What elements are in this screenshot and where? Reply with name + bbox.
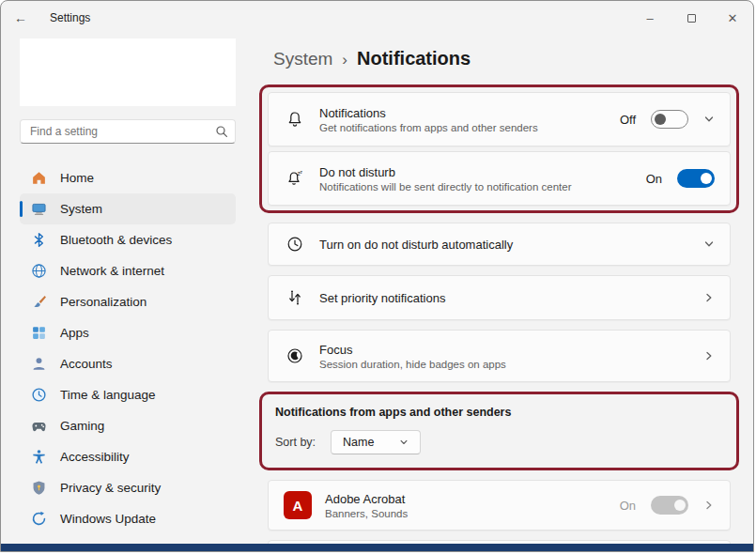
toggle-state-label: On — [646, 172, 662, 186]
sidebar-item-label: Privacy & security — [60, 481, 161, 495]
card-title: Set priority notifications — [319, 291, 690, 305]
card-title: Do not disturb — [319, 165, 633, 179]
sidebar-item-bluetooth-devices[interactable]: Bluetooth & devices — [20, 224, 236, 255]
card-subtitle: Notifications will be sent directly to n… — [319, 181, 633, 192]
clock-auto-icon — [284, 235, 306, 254]
sidebar-item-label: Network & internet — [60, 264, 164, 278]
sidebar-item-network-internet[interactable]: Network & internet — [20, 255, 236, 286]
card-title: Notifications — [319, 106, 607, 120]
dnd-automatic-card[interactable]: Turn on do not disturb automatically — [268, 223, 731, 266]
app-subtitle: Banners, Sounds — [325, 508, 607, 519]
update-arrows-icon — [31, 511, 47, 527]
sidebar-item-label: Bluetooth & devices — [60, 233, 172, 247]
sidebar-item-label: Accounts — [60, 357, 113, 371]
search-box — [20, 119, 236, 144]
maximize-button[interactable] — [671, 1, 712, 35]
chevron-right-icon[interactable] — [703, 500, 715, 511]
priority-notifications-card[interactable]: Set priority notifications — [268, 275, 731, 320]
app-notification-row[interactable]: A Adobe Acrobat Banners, Sounds On — [268, 480, 731, 531]
notifications-toggle[interactable] — [651, 110, 688, 129]
toggle-state-label: Off — [620, 113, 636, 127]
game-controller-icon — [31, 418, 47, 434]
card-subtitle: Get notifications from apps and other se… — [319, 122, 607, 133]
accessibility-icon — [31, 449, 47, 465]
do-not-disturb-toggle[interactable] — [677, 169, 715, 188]
home-icon — [31, 170, 47, 186]
sort-dropdown[interactable]: Name — [331, 430, 421, 454]
sidebar-item-label: Apps — [60, 326, 89, 340]
minimize-button[interactable]: – — [629, 1, 671, 35]
sidebar-item-privacy-security[interactable]: Privacy & security — [20, 472, 236, 503]
breadcrumb-root[interactable]: System — [273, 49, 332, 69]
card-subtitle: Session duration, hide badges on apps — [319, 359, 690, 370]
search-icon — [215, 125, 228, 138]
annotation-box-notifications: Notifications Get notifications from app… — [259, 85, 739, 213]
clock-icon — [31, 387, 47, 403]
toggle-knob — [674, 500, 686, 511]
bell-icon — [284, 110, 306, 129]
taskbar-strip — [1, 544, 753, 551]
search-input[interactable] — [20, 119, 236, 144]
sidebar-item-system[interactable]: System — [20, 193, 236, 224]
titlebar: ← Settings – ✕ — [1, 1, 753, 35]
sidebar-item-label: Personalization — [60, 295, 147, 309]
app-notifications-toggle[interactable] — [651, 496, 688, 515]
apps-grid-icon — [31, 325, 47, 341]
sort-by-label: Sort by: — [275, 436, 316, 449]
chevron-right-icon[interactable] — [703, 292, 715, 303]
card-title: Turn on do not disturb automatically — [319, 238, 690, 252]
page-title: Notifications — [357, 48, 471, 69]
sidebar: Home System Bluetooth & devices — [1, 35, 255, 552]
bluetooth-icon — [31, 232, 47, 248]
back-button[interactable]: ← — [14, 10, 39, 25]
svg-text:z: z — [301, 170, 303, 175]
chevron-right-icon[interactable] — [703, 350, 715, 362]
focus-card[interactable]: Focus Session duration, hide badges on a… — [268, 330, 731, 382]
chevron-down-icon[interactable] — [703, 239, 715, 250]
do-not-disturb-card[interactable]: zz Do not disturb Notifications will be … — [268, 151, 731, 206]
chevron-down-icon — [399, 438, 409, 447]
apps-section-header: Notifications from apps and other sender… — [275, 406, 731, 419]
chevron-down-icon[interactable] — [703, 114, 715, 125]
globe-icon — [31, 263, 47, 279]
sidebar-item-apps[interactable]: Apps — [20, 317, 236, 348]
priority-arrows-icon — [284, 288, 306, 307]
toggle-state-label: On — [620, 499, 636, 513]
sidebar-item-gaming[interactable]: Gaming — [20, 410, 236, 441]
maximize-icon — [687, 14, 696, 23]
shield-icon — [31, 480, 47, 496]
sidebar-item-label: Windows Update — [60, 512, 156, 526]
sidebar-item-label: Gaming — [60, 419, 104, 433]
toggle-knob — [701, 173, 712, 184]
app-name: Adobe Creative Cloud — [325, 552, 607, 553]
sidebar-item-accounts[interactable]: Accounts — [20, 348, 236, 379]
sidebar-item-windows-update[interactable]: Windows Update — [20, 503, 236, 534]
annotation-box-apps-section: Notifications from apps and other sender… — [259, 392, 739, 470]
sidebar-item-personalization[interactable]: Personalization — [20, 286, 236, 317]
app-name: Adobe Acrobat — [325, 492, 607, 506]
breadcrumb-separator-icon: › — [342, 51, 347, 69]
sidebar-item-home[interactable]: Home — [20, 162, 236, 193]
main-content: System › Notifications Notifications Get… — [255, 35, 753, 552]
sidebar-item-label: Time & language — [60, 388, 156, 402]
sidebar-item-time-language[interactable]: Time & language — [20, 379, 236, 410]
system-icon — [31, 201, 47, 217]
adobe-creative-cloud-icon: Cc — [284, 551, 312, 552]
adobe-acrobat-icon: A — [284, 491, 312, 519]
sidebar-item-accessibility[interactable]: Accessibility — [20, 441, 236, 472]
card-title: Focus — [319, 343, 690, 357]
sort-dropdown-value: Name — [343, 436, 374, 449]
breadcrumb: System › Notifications — [273, 48, 731, 69]
sidebar-nav: Home System Bluetooth & devices — [20, 162, 236, 534]
user-profile-placeholder — [20, 38, 236, 106]
sidebar-item-label: Home — [60, 171, 94, 185]
notifications-card[interactable]: Notifications Get notifications from app… — [268, 92, 731, 146]
brush-icon — [31, 294, 47, 310]
window-controls: – ✕ — [629, 1, 753, 35]
focus-moon-icon — [284, 346, 306, 365]
bell-sleep-icon: zz — [284, 169, 306, 188]
person-icon — [31, 356, 47, 372]
close-button[interactable]: ✕ — [712, 1, 753, 35]
settings-window: ← Settings – ✕ Ho — [0, 0, 754, 552]
toggle-knob — [655, 114, 666, 125]
